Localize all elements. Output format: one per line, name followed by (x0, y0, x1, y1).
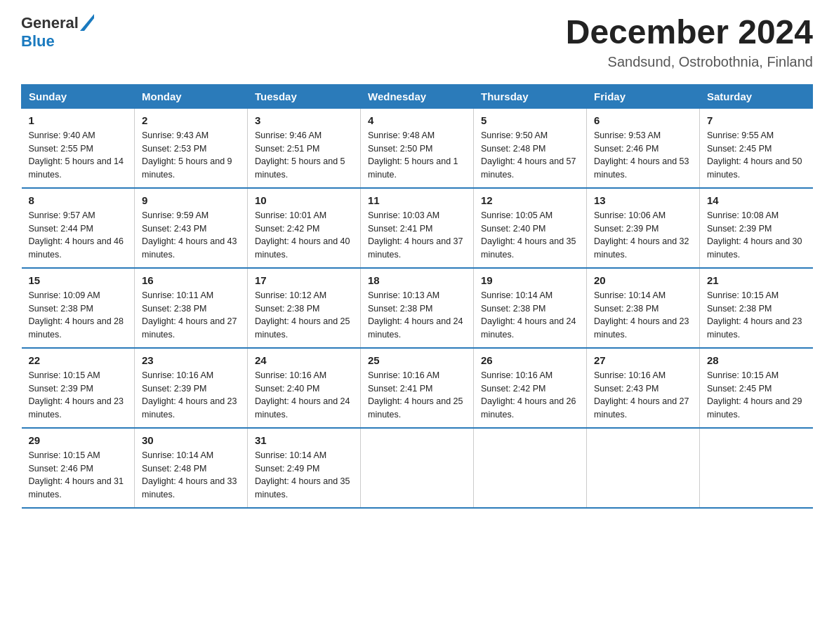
table-row (474, 428, 587, 508)
day-info: Sunrise: 10:05 AM Sunset: 2:40 PM Daylig… (481, 209, 579, 262)
day-info: Sunrise: 10:14 AM Sunset: 2:38 PM Daylig… (594, 289, 692, 342)
day-info: Sunrise: 9:59 AM Sunset: 2:43 PM Dayligh… (142, 209, 240, 262)
table-row: 9 Sunrise: 9:59 AM Sunset: 2:43 PM Dayli… (135, 188, 248, 268)
day-number: 27 (594, 354, 692, 366)
day-number: 8 (29, 194, 128, 206)
header-wednesday: Wednesday (361, 84, 474, 108)
logo-arrow-icon (80, 14, 94, 31)
calendar-header-row: Sunday Monday Tuesday Wednesday Thursday… (22, 84, 813, 108)
table-row: 11 Sunrise: 10:03 AM Sunset: 2:41 PM Day… (361, 188, 474, 268)
day-info: Sunrise: 10:15 AM Sunset: 2:39 PM Daylig… (29, 369, 128, 422)
day-info: Sunrise: 10:03 AM Sunset: 2:41 PM Daylig… (368, 209, 466, 262)
day-info: Sunrise: 10:14 AM Sunset: 2:38 PM Daylig… (481, 289, 579, 342)
day-number: 25 (368, 354, 466, 366)
day-number: 17 (255, 274, 353, 286)
day-info: Sunrise: 10:14 AM Sunset: 2:49 PM Daylig… (255, 449, 353, 502)
day-number: 5 (481, 114, 579, 126)
table-row (587, 428, 700, 508)
day-info: Sunrise: 10:15 AM Sunset: 2:38 PM Daylig… (707, 289, 806, 342)
day-number: 31 (255, 434, 353, 446)
day-info: Sunrise: 10:13 AM Sunset: 2:38 PM Daylig… (368, 289, 466, 342)
logo: General Blue (21, 14, 94, 50)
day-number: 26 (481, 354, 579, 366)
day-number: 16 (142, 274, 240, 286)
header-sunday: Sunday (22, 84, 135, 108)
table-row: 22 Sunrise: 10:15 AM Sunset: 2:39 PM Day… (22, 348, 135, 428)
day-info: Sunrise: 10:14 AM Sunset: 2:48 PM Daylig… (142, 449, 240, 502)
day-info: Sunrise: 10:16 AM Sunset: 2:40 PM Daylig… (255, 369, 353, 422)
day-info: Sunrise: 10:12 AM Sunset: 2:38 PM Daylig… (255, 289, 353, 342)
day-number: 3 (255, 114, 353, 126)
table-row: 17 Sunrise: 10:12 AM Sunset: 2:38 PM Day… (248, 268, 361, 348)
table-row: 10 Sunrise: 10:01 AM Sunset: 2:42 PM Day… (248, 188, 361, 268)
header-tuesday: Tuesday (248, 84, 361, 108)
day-info: Sunrise: 9:43 AM Sunset: 2:53 PM Dayligh… (142, 129, 240, 182)
day-number: 10 (255, 194, 353, 206)
table-row: 18 Sunrise: 10:13 AM Sunset: 2:38 PM Day… (361, 268, 474, 348)
table-row: 13 Sunrise: 10:06 AM Sunset: 2:39 PM Day… (587, 188, 700, 268)
day-info: Sunrise: 10:08 AM Sunset: 2:39 PM Daylig… (707, 209, 806, 262)
day-info: Sunrise: 10:06 AM Sunset: 2:39 PM Daylig… (594, 209, 692, 262)
table-row: 23 Sunrise: 10:16 AM Sunset: 2:39 PM Day… (135, 348, 248, 428)
day-info: Sunrise: 9:55 AM Sunset: 2:45 PM Dayligh… (707, 129, 806, 182)
day-number: 24 (255, 354, 353, 366)
day-info: Sunrise: 10:16 AM Sunset: 2:39 PM Daylig… (142, 369, 240, 422)
day-number: 29 (29, 434, 128, 446)
table-row: 30 Sunrise: 10:14 AM Sunset: 2:48 PM Day… (135, 428, 248, 508)
day-number: 15 (29, 274, 128, 286)
day-info: Sunrise: 10:15 AM Sunset: 2:46 PM Daylig… (29, 449, 128, 502)
location-subtitle: Sandsund, Ostrobothnia, Finland (566, 54, 813, 70)
calendar-week-row: 1 Sunrise: 9:40 AM Sunset: 2:55 PM Dayli… (22, 108, 813, 188)
table-row: 8 Sunrise: 9:57 AM Sunset: 2:44 PM Dayli… (22, 188, 135, 268)
table-row: 19 Sunrise: 10:14 AM Sunset: 2:38 PM Day… (474, 268, 587, 348)
day-number: 13 (594, 194, 692, 206)
table-row: 28 Sunrise: 10:15 AM Sunset: 2:45 PM Day… (700, 348, 813, 428)
day-info: Sunrise: 10:01 AM Sunset: 2:42 PM Daylig… (255, 209, 353, 262)
day-number: 30 (142, 434, 240, 446)
logo-general-text: General (21, 14, 79, 32)
table-row: 6 Sunrise: 9:53 AM Sunset: 2:46 PM Dayli… (587, 108, 700, 188)
day-info: Sunrise: 9:50 AM Sunset: 2:48 PM Dayligh… (481, 129, 579, 182)
calendar-week-row: 29 Sunrise: 10:15 AM Sunset: 2:46 PM Day… (22, 428, 813, 508)
table-row: 25 Sunrise: 10:16 AM Sunset: 2:41 PM Day… (361, 348, 474, 428)
table-row: 26 Sunrise: 10:16 AM Sunset: 2:42 PM Day… (474, 348, 587, 428)
day-number: 9 (142, 194, 240, 206)
table-row: 7 Sunrise: 9:55 AM Sunset: 2:45 PM Dayli… (700, 108, 813, 188)
header-friday: Friday (587, 84, 700, 108)
table-row: 3 Sunrise: 9:46 AM Sunset: 2:51 PM Dayli… (248, 108, 361, 188)
header-monday: Monday (135, 84, 248, 108)
table-row: 1 Sunrise: 9:40 AM Sunset: 2:55 PM Dayli… (22, 108, 135, 188)
page-header: General Blue December 2024 Sandsund, Ost… (21, 14, 813, 70)
header-thursday: Thursday (474, 84, 587, 108)
calendar-week-row: 22 Sunrise: 10:15 AM Sunset: 2:39 PM Day… (22, 348, 813, 428)
table-row: 20 Sunrise: 10:14 AM Sunset: 2:38 PM Day… (587, 268, 700, 348)
table-row: 31 Sunrise: 10:14 AM Sunset: 2:49 PM Day… (248, 428, 361, 508)
month-title: December 2024 (566, 14, 813, 51)
day-number: 2 (142, 114, 240, 126)
table-row (700, 428, 813, 508)
day-number: 23 (142, 354, 240, 366)
day-info: Sunrise: 9:46 AM Sunset: 2:51 PM Dayligh… (255, 129, 353, 182)
day-number: 22 (29, 354, 128, 366)
day-info: Sunrise: 9:53 AM Sunset: 2:46 PM Dayligh… (594, 129, 692, 182)
table-row: 14 Sunrise: 10:08 AM Sunset: 2:39 PM Day… (700, 188, 813, 268)
day-info: Sunrise: 10:16 AM Sunset: 2:41 PM Daylig… (368, 369, 466, 422)
day-number: 11 (368, 194, 466, 206)
day-number: 21 (707, 274, 806, 286)
title-section: December 2024 Sandsund, Ostrobothnia, Fi… (566, 14, 813, 70)
day-number: 20 (594, 274, 692, 286)
day-number: 6 (594, 114, 692, 126)
day-number: 7 (707, 114, 806, 126)
table-row: 5 Sunrise: 9:50 AM Sunset: 2:48 PM Dayli… (474, 108, 587, 188)
day-number: 1 (29, 114, 128, 126)
table-row: 24 Sunrise: 10:16 AM Sunset: 2:40 PM Day… (248, 348, 361, 428)
day-number: 14 (707, 194, 806, 206)
day-number: 18 (368, 274, 466, 286)
day-info: Sunrise: 10:15 AM Sunset: 2:45 PM Daylig… (707, 369, 806, 422)
calendar-week-row: 15 Sunrise: 10:09 AM Sunset: 2:38 PM Day… (22, 268, 813, 348)
day-number: 19 (481, 274, 579, 286)
calendar-week-row: 8 Sunrise: 9:57 AM Sunset: 2:44 PM Dayli… (22, 188, 813, 268)
table-row (361, 428, 474, 508)
day-number: 4 (368, 114, 466, 126)
day-info: Sunrise: 9:57 AM Sunset: 2:44 PM Dayligh… (29, 209, 128, 262)
